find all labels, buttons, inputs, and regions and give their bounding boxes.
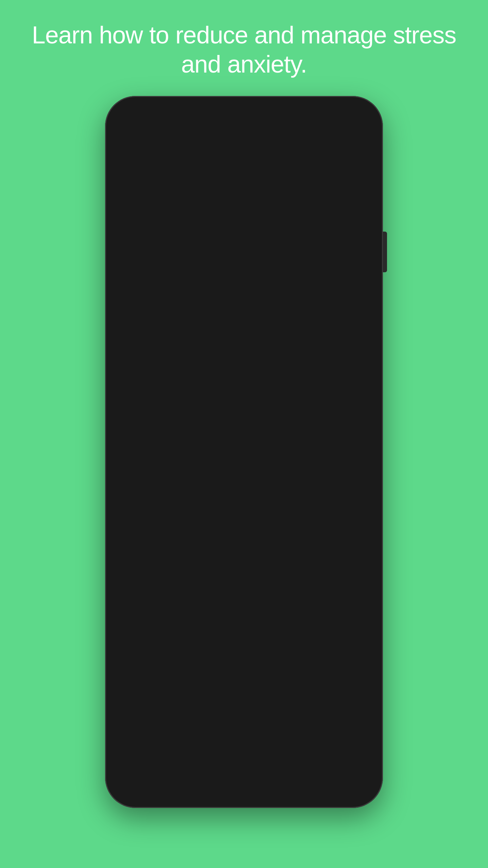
- card-title-active: Be Active: [125, 301, 342, 314]
- phone-wrapper: 10:38 ⏰ 🔷 🔇 📶 ▌▌▌ 92% 🔋 HABITS: [105, 96, 383, 808]
- svg-point-21: [142, 763, 145, 766]
- habit-card-notice[interactable]: Take Notice The Human mind is both a gif…: [115, 360, 373, 431]
- card-arrow-introduction[interactable]: ›: [347, 173, 365, 191]
- habits-list: Introduction Five ways to wellbeing will…: [115, 146, 373, 751]
- nav-label-journal: Journal: [334, 776, 354, 783]
- nav-item-habits[interactable]: Habits: [219, 755, 269, 786]
- page-title: Learn how to reduce and manage stress an…: [27, 20, 461, 79]
- signal-icon: ▌▌▌: [314, 113, 330, 122]
- mute-icon: 🔇: [290, 113, 299, 122]
- nav-item-feed[interactable]: Feed: [169, 758, 219, 783]
- nav-label-feed: Feed: [187, 776, 201, 783]
- battery-icon: 92%: [332, 113, 347, 122]
- card-arrow-notice[interactable]: ›: [347, 387, 365, 404]
- alarm-icon: ⏰: [266, 113, 276, 122]
- card-title-learning: Keep Learning: [125, 443, 342, 456]
- nav-icon-explore: [286, 758, 303, 775]
- card-content-connect: Connect Even the most sociable people ca…: [115, 218, 373, 288]
- svg-rect-26: [189, 761, 194, 764]
- card-arrow-connect[interactable]: ›: [347, 244, 365, 262]
- home-indicator: [115, 792, 373, 798]
- card-desc-connect: Even the most sociable people can feel l…: [125, 246, 342, 277]
- card-content-introduction: Introduction Five ways to wellbeing will…: [115, 146, 373, 217]
- card-title-connect: Connect: [125, 230, 342, 243]
- card-content-give: Give: [115, 502, 373, 553]
- habit-card-give[interactable]: Give: [115, 502, 373, 553]
- nav-label-charley: Charley: [133, 776, 154, 783]
- card-title-give: Give: [125, 520, 342, 533]
- charley-icon: [136, 759, 151, 774]
- habit-card-active[interactable]: Be Active You can boost your energy and …: [115, 289, 373, 360]
- nav-icon-habits: [233, 755, 255, 777]
- page-header: Learn how to reduce and manage stress an…: [0, 0, 488, 93]
- card-title-notice: Take Notice: [125, 372, 342, 385]
- habit-card-learning[interactable]: Keep Learning All work and no play makes…: [115, 431, 373, 502]
- habits-icon: [233, 755, 255, 777]
- bottom-nav: Charley Feed: [115, 751, 373, 792]
- status-icons: ⏰ 🔷 🔇 📶 ▌▌▌ 92% 🔋: [266, 113, 359, 122]
- feed-icon: [186, 759, 201, 774]
- status-bar: 10:38 ⏰ 🔷 🔇 📶 ▌▌▌ 92% 🔋: [115, 106, 373, 126]
- app-header: HABITS: [115, 126, 373, 146]
- explore-icon: [287, 759, 302, 774]
- wifi-icon: 📶: [302, 113, 311, 122]
- card-title-introduction: Introduction: [125, 158, 342, 172]
- nav-label-habits: Habits: [235, 778, 253, 786]
- status-time: 10:38: [129, 112, 151, 123]
- app-title: HABITS: [115, 131, 373, 141]
- habit-card-connect[interactable]: Connect Even the most sociable people ca…: [115, 218, 373, 289]
- svg-point-28: [241, 764, 247, 769]
- nav-icon-charley: [135, 758, 152, 775]
- battery-full-icon: 🔋: [350, 113, 359, 122]
- card-content-learning: Keep Learning All work and no play makes…: [115, 431, 373, 502]
- nav-icon-journal: [336, 758, 353, 775]
- habit-card-introduction[interactable]: Introduction Five ways to wellbeing will…: [115, 146, 373, 218]
- nav-icon-feed: [185, 758, 202, 775]
- bluetooth-icon: 🔷: [278, 113, 287, 122]
- home-bar: [220, 794, 268, 796]
- card-desc-notice: The Human mind is both a gift and a curs…: [125, 389, 342, 420]
- phone-screen: 10:38 ⏰ 🔷 🔇 📶 ▌▌▌ 92% 🔋 HABITS: [115, 106, 373, 798]
- card-arrow-active[interactable]: ›: [347, 315, 365, 333]
- card-content-active: Be Active You can boost your energy and …: [115, 289, 373, 359]
- nav-item-explore[interactable]: Explore: [269, 758, 319, 783]
- nav-label-explore: Explore: [284, 776, 304, 783]
- card-desc-introduction: Five ways to wellbeing will help protect…: [125, 175, 342, 206]
- nav-item-charley[interactable]: Charley: [119, 758, 169, 783]
- card-arrow-learning[interactable]: ›: [347, 458, 365, 475]
- nav-item-journal[interactable]: Journal: [319, 758, 369, 783]
- card-content-notice: Take Notice The Human mind is both a gif…: [115, 360, 373, 431]
- card-desc-learning: All work and no play makes jack a dull b…: [125, 460, 342, 491]
- card-desc-active: You can boost your energy and your brain…: [125, 317, 342, 349]
- journal-icon: [337, 759, 352, 774]
